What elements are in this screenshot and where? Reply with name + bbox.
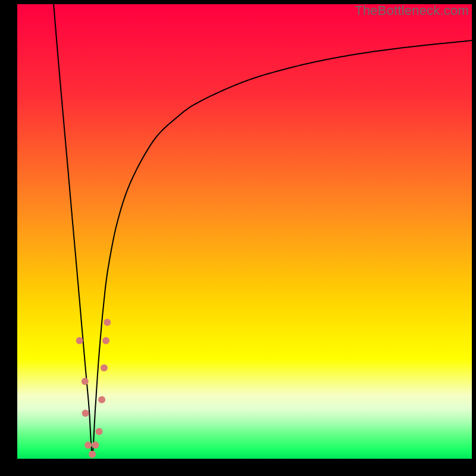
data-point [101, 364, 108, 371]
plot-area [17, 4, 472, 459]
data-point [76, 337, 83, 344]
data-point [89, 450, 96, 458]
data-point [84, 441, 92, 449]
watermark-text: TheBottleneck.com [355, 3, 469, 18]
bottleneck-curve [54, 4, 472, 454]
data-point [96, 428, 103, 435]
data-point [104, 319, 111, 326]
chart-frame: TheBottleneck.com [0, 0, 476, 476]
data-point [82, 410, 89, 417]
curve-layer [17, 4, 472, 459]
data-point [98, 396, 105, 403]
data-point [102, 337, 109, 344]
data-point [82, 378, 89, 385]
data-point [92, 441, 99, 449]
